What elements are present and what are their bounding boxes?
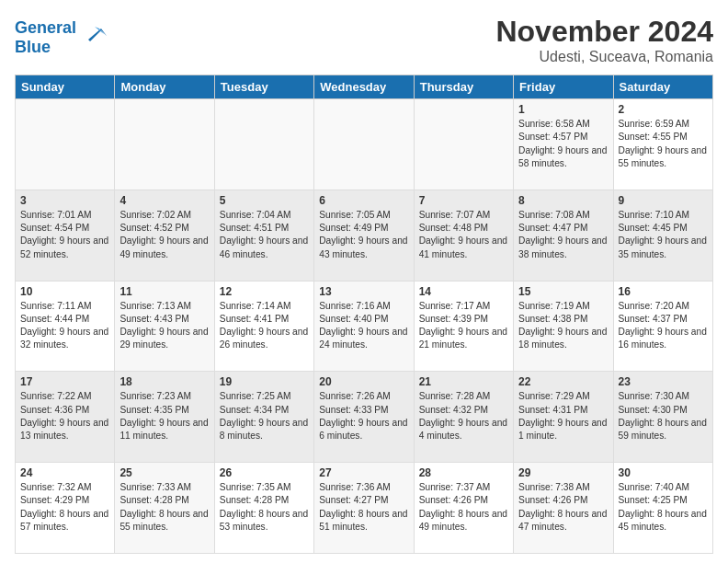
calendar-cell [414, 99, 513, 190]
day-info: Sunrise: 7:28 AM Sunset: 4:32 PM Dayligh… [419, 390, 508, 442]
week-row-3: 10Sunrise: 7:11 AM Sunset: 4:44 PM Dayli… [16, 281, 713, 372]
logo-icon [81, 19, 108, 51]
day-number: 17 [20, 375, 109, 388]
calendar-cell: 6Sunrise: 7:05 AM Sunset: 4:49 PM Daylig… [314, 190, 414, 281]
day-number: 19 [220, 375, 309, 388]
calendar-cell: 14Sunrise: 7:17 AM Sunset: 4:39 PM Dayli… [414, 281, 513, 372]
header-row: Sunday Monday Tuesday Wednesday Thursday… [16, 75, 713, 99]
calendar-cell: 29Sunrise: 7:38 AM Sunset: 4:26 PM Dayli… [514, 463, 613, 554]
calendar-cell: 23Sunrise: 7:30 AM Sunset: 4:30 PM Dayli… [613, 372, 712, 463]
day-number: 14 [419, 285, 508, 298]
day-info: Sunrise: 7:07 AM Sunset: 4:48 PM Dayligh… [419, 209, 508, 261]
calendar-cell: 18Sunrise: 7:23 AM Sunset: 4:35 PM Dayli… [115, 372, 214, 463]
page: General Blue November 2024 Udesti, Sucea… [0, 0, 728, 563]
day-number: 20 [319, 375, 408, 388]
day-info: Sunrise: 7:33 AM Sunset: 4:28 PM Dayligh… [119, 481, 209, 534]
day-number: 2 [619, 103, 708, 116]
day-info: Sunrise: 7:08 AM Sunset: 4:47 PM Dayligh… [518, 209, 608, 261]
day-number: 24 [20, 466, 109, 479]
day-number: 23 [619, 375, 708, 388]
calendar-cell [314, 99, 414, 190]
day-info: Sunrise: 7:26 AM Sunset: 4:33 PM Dayligh… [319, 390, 408, 442]
calendar-cell [16, 99, 115, 190]
day-info: Sunrise: 7:29 AM Sunset: 4:31 PM Dayligh… [518, 390, 608, 442]
col-friday: Friday [514, 75, 613, 99]
day-number: 5 [220, 194, 309, 207]
day-info: Sunrise: 7:35 AM Sunset: 4:28 PM Dayligh… [220, 481, 309, 534]
calendar-cell: 5Sunrise: 7:04 AM Sunset: 4:51 PM Daylig… [214, 190, 313, 281]
day-number: 30 [619, 466, 708, 479]
logo-text: General Blue [15, 18, 76, 56]
calendar-cell: 15Sunrise: 7:19 AM Sunset: 4:38 PM Dayli… [514, 281, 613, 372]
day-info: Sunrise: 7:19 AM Sunset: 4:38 PM Dayligh… [518, 300, 608, 352]
day-number: 7 [419, 194, 508, 207]
calendar-cell: 9Sunrise: 7:10 AM Sunset: 4:45 PM Daylig… [613, 190, 712, 281]
calendar-cell: 26Sunrise: 7:35 AM Sunset: 4:28 PM Dayli… [214, 463, 313, 554]
day-info: Sunrise: 7:01 AM Sunset: 4:54 PM Dayligh… [20, 209, 109, 261]
calendar-cell: 28Sunrise: 7:37 AM Sunset: 4:26 PM Dayli… [414, 463, 513, 554]
day-info: Sunrise: 7:11 AM Sunset: 4:44 PM Dayligh… [20, 300, 109, 352]
calendar-cell: 3Sunrise: 7:01 AM Sunset: 4:54 PM Daylig… [16, 190, 115, 281]
day-number: 21 [419, 375, 508, 388]
calendar-cell: 22Sunrise: 7:29 AM Sunset: 4:31 PM Dayli… [514, 372, 613, 463]
day-number: 10 [20, 285, 109, 298]
day-info: Sunrise: 7:17 AM Sunset: 4:39 PM Dayligh… [419, 300, 508, 352]
calendar-cell: 24Sunrise: 7:32 AM Sunset: 4:29 PM Dayli… [16, 463, 115, 554]
calendar-cell: 30Sunrise: 7:40 AM Sunset: 4:25 PM Dayli… [613, 463, 712, 554]
col-wednesday: Wednesday [314, 75, 414, 99]
day-info: Sunrise: 7:40 AM Sunset: 4:25 PM Dayligh… [619, 481, 708, 534]
calendar-cell: 1Sunrise: 6:58 AM Sunset: 4:57 PM Daylig… [514, 99, 613, 190]
title-section: November 2024 Udesti, Suceava, Romania [495, 15, 713, 65]
calendar-cell: 16Sunrise: 7:20 AM Sunset: 4:37 PM Dayli… [613, 281, 712, 372]
day-info: Sunrise: 7:05 AM Sunset: 4:49 PM Dayligh… [319, 209, 408, 261]
subtitle: Udesti, Suceava, Romania [495, 49, 713, 65]
day-number: 11 [119, 285, 209, 298]
calendar-cell [115, 99, 214, 190]
day-info: Sunrise: 7:32 AM Sunset: 4:29 PM Dayligh… [20, 481, 109, 534]
logo-content: General Blue [15, 18, 108, 56]
day-number: 27 [319, 466, 408, 479]
week-row-5: 24Sunrise: 7:32 AM Sunset: 4:29 PM Dayli… [16, 463, 713, 554]
calendar-cell: 20Sunrise: 7:26 AM Sunset: 4:33 PM Dayli… [314, 372, 414, 463]
day-info: Sunrise: 7:14 AM Sunset: 4:41 PM Dayligh… [220, 300, 309, 352]
day-info: Sunrise: 7:20 AM Sunset: 4:37 PM Dayligh… [619, 300, 708, 352]
calendar-cell: 11Sunrise: 7:13 AM Sunset: 4:43 PM Dayli… [115, 281, 214, 372]
logo-general: General [15, 18, 76, 37]
logo-blue: Blue [15, 38, 51, 56]
day-info: Sunrise: 7:16 AM Sunset: 4:40 PM Dayligh… [319, 300, 408, 352]
calendar-cell [214, 99, 313, 190]
calendar-cell: 7Sunrise: 7:07 AM Sunset: 4:48 PM Daylig… [414, 190, 513, 281]
week-row-2: 3Sunrise: 7:01 AM Sunset: 4:54 PM Daylig… [16, 190, 713, 281]
day-number: 16 [619, 285, 708, 298]
day-info: Sunrise: 7:10 AM Sunset: 4:45 PM Dayligh… [619, 209, 708, 261]
day-number: 18 [119, 375, 209, 388]
calendar-cell: 25Sunrise: 7:33 AM Sunset: 4:28 PM Dayli… [115, 463, 214, 554]
col-sunday: Sunday [16, 75, 115, 99]
day-info: Sunrise: 7:04 AM Sunset: 4:51 PM Dayligh… [220, 209, 309, 261]
calendar-cell: 21Sunrise: 7:28 AM Sunset: 4:32 PM Dayli… [414, 372, 513, 463]
day-number: 28 [419, 466, 508, 479]
day-info: Sunrise: 7:02 AM Sunset: 4:52 PM Dayligh… [119, 209, 209, 261]
calendar-cell: 4Sunrise: 7:02 AM Sunset: 4:52 PM Daylig… [115, 190, 214, 281]
day-number: 1 [518, 103, 608, 116]
day-info: Sunrise: 7:30 AM Sunset: 4:30 PM Dayligh… [619, 390, 708, 442]
day-info: Sunrise: 7:23 AM Sunset: 4:35 PM Dayligh… [119, 390, 209, 442]
day-number: 4 [119, 194, 209, 207]
header: General Blue November 2024 Udesti, Sucea… [15, 15, 713, 65]
day-info: Sunrise: 6:58 AM Sunset: 4:57 PM Dayligh… [518, 118, 608, 170]
day-info: Sunrise: 7:25 AM Sunset: 4:34 PM Dayligh… [220, 390, 309, 442]
day-number: 12 [220, 285, 309, 298]
col-thursday: Thursday [414, 75, 513, 99]
calendar-cell: 17Sunrise: 7:22 AM Sunset: 4:36 PM Dayli… [16, 372, 115, 463]
day-number: 13 [319, 285, 408, 298]
calendar-cell: 13Sunrise: 7:16 AM Sunset: 4:40 PM Dayli… [314, 281, 414, 372]
day-number: 29 [518, 466, 608, 479]
main-title: November 2024 [495, 15, 713, 49]
svg-marker-0 [88, 29, 107, 41]
day-number: 6 [319, 194, 408, 207]
day-info: Sunrise: 7:37 AM Sunset: 4:26 PM Dayligh… [419, 481, 508, 534]
calendar-table: Sunday Monday Tuesday Wednesday Thursday… [15, 75, 713, 554]
day-info: Sunrise: 7:13 AM Sunset: 4:43 PM Dayligh… [119, 300, 209, 352]
day-number: 3 [20, 194, 109, 207]
calendar-cell: 8Sunrise: 7:08 AM Sunset: 4:47 PM Daylig… [514, 190, 613, 281]
